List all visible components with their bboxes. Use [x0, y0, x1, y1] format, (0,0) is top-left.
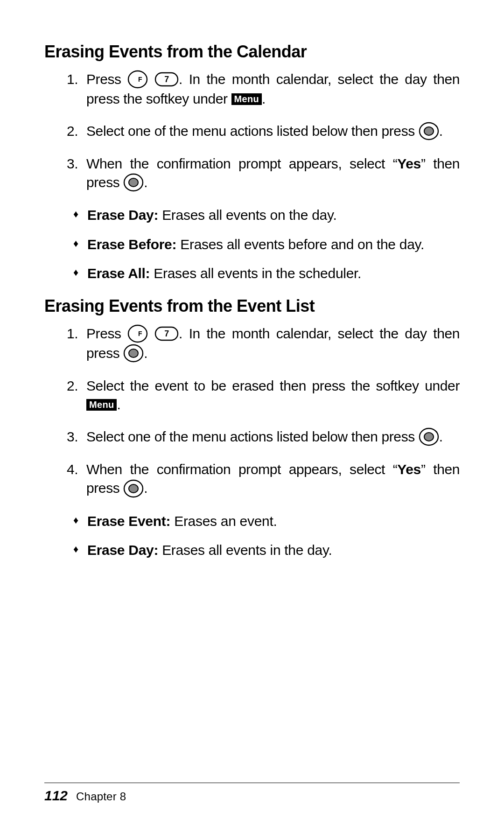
f-key-icon: F — [127, 70, 148, 89]
step-text: Press — [86, 71, 127, 87]
f-key-icon: F — [127, 324, 148, 343]
svg-point-14 — [129, 349, 138, 357]
bullet-desc: Erases all events on the day. — [162, 207, 336, 223]
bullet-erase-event: Erase Event: Erases an event. — [73, 512, 460, 531]
svg-text:F: F — [138, 76, 142, 83]
ordered-steps-event-list: Press F 7. In the month calendar, select… — [67, 324, 460, 499]
step-text: . — [144, 480, 147, 496]
ok-button-icon — [123, 173, 144, 192]
step-4: When the confirmation prompt appears, se… — [67, 460, 460, 499]
seven-key-icon: 7 — [154, 326, 179, 341]
svg-point-5 — [424, 127, 434, 135]
step-1: Press F 7. In the month calendar, select… — [67, 324, 460, 364]
menu-badge-icon: Menu — [231, 93, 262, 105]
step-text: . — [144, 175, 147, 190]
step-text: When the confirmation prompt appears, se… — [86, 156, 397, 171]
step-text: Select one of the menu actions listed be… — [86, 123, 419, 139]
svg-line-6 — [435, 125, 437, 127]
bullet-term: Erase Event: — [87, 513, 174, 529]
step-text: When the confirmation prompt appears, se… — [86, 462, 397, 477]
step-text: . — [144, 345, 147, 361]
ok-button-icon — [419, 122, 439, 140]
bullet-erase-day: Erase Day: Erases all events on the day. — [73, 206, 460, 225]
step-text: . — [439, 123, 443, 139]
svg-text:7: 7 — [164, 75, 169, 84]
svg-point-16 — [424, 433, 434, 441]
chapter-label: Chapter 8 — [76, 790, 126, 803]
yes-label: Yes — [397, 462, 421, 477]
bullet-term: Erase All: — [87, 266, 154, 281]
section-heading-erasing-event-list: Erasing Events from the Event List — [44, 296, 460, 316]
bullet-erase-day: Erase Day: Erases all events in the day. — [73, 541, 460, 560]
bullet-desc: Erases all events before and on the day. — [180, 237, 424, 252]
bullet-term: Erase Day: — [87, 207, 162, 223]
menu-badge-icon: Menu — [86, 399, 117, 411]
bullet-erase-before: Erase Before: Erases all events before a… — [73, 235, 460, 254]
bullet-desc: Erases all events in the day. — [162, 542, 332, 558]
bullet-list-calendar: Erase Day: Erases all events on the day.… — [73, 206, 460, 283]
ok-button-icon — [123, 479, 144, 498]
bullet-term: Erase Day: — [87, 542, 162, 558]
step-3: Select one of the menu actions listed be… — [67, 427, 460, 447]
step-text: . — [439, 429, 443, 444]
bullet-list-event-list: Erase Event: Erases an event. Erase Day:… — [73, 512, 460, 560]
step-1: Press F 7. In the month calendar, select… — [67, 70, 460, 109]
section-heading-erasing-calendar: Erasing Events from the Calendar — [44, 42, 460, 62]
step-text: Select one of the menu actions listed be… — [86, 429, 419, 444]
step-text: . — [262, 91, 266, 106]
step-text: Press — [86, 326, 127, 341]
svg-text:F: F — [138, 330, 142, 337]
svg-text:7: 7 — [164, 329, 169, 338]
step-3: When the confirmation prompt appears, se… — [67, 154, 460, 193]
page-footer: 112Chapter 8 — [44, 783, 460, 804]
step-text: . — [117, 397, 120, 412]
page-number: 112 — [44, 788, 68, 803]
svg-point-8 — [129, 178, 138, 187]
ok-button-icon — [123, 344, 144, 363]
yes-label: Yes — [397, 156, 421, 171]
step-2: Select the event to be erased then press… — [67, 377, 460, 414]
seven-key-icon: 7 — [154, 72, 179, 87]
ok-button-icon — [419, 427, 439, 446]
svg-line-17 — [435, 431, 437, 433]
svg-point-19 — [129, 484, 138, 493]
bullet-desc: Erases all events in the scheduler. — [154, 266, 361, 281]
bullet-desc: Erases an event. — [174, 513, 277, 529]
ordered-steps-calendar: Press F 7. In the month calendar, select… — [67, 70, 460, 193]
step-2: Select one of the menu actions listed be… — [67, 122, 460, 141]
bullet-term: Erase Before: — [87, 237, 180, 252]
step-text: Select the event to be erased then press… — [86, 378, 460, 393]
bullet-erase-all: Erase All: Erases all events in the sche… — [73, 264, 460, 283]
